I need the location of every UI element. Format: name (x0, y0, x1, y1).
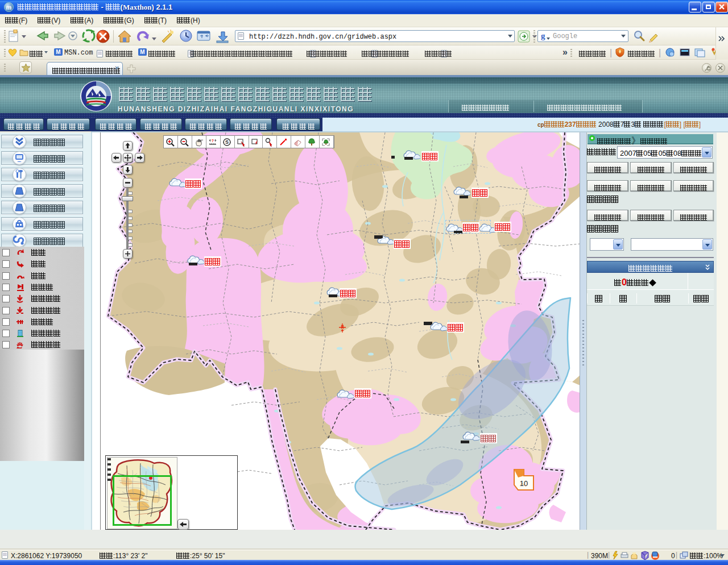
svg-text:S: S (225, 139, 229, 145)
svg-text:10: 10 (520, 479, 528, 488)
svg-text:?: ? (212, 139, 214, 143)
